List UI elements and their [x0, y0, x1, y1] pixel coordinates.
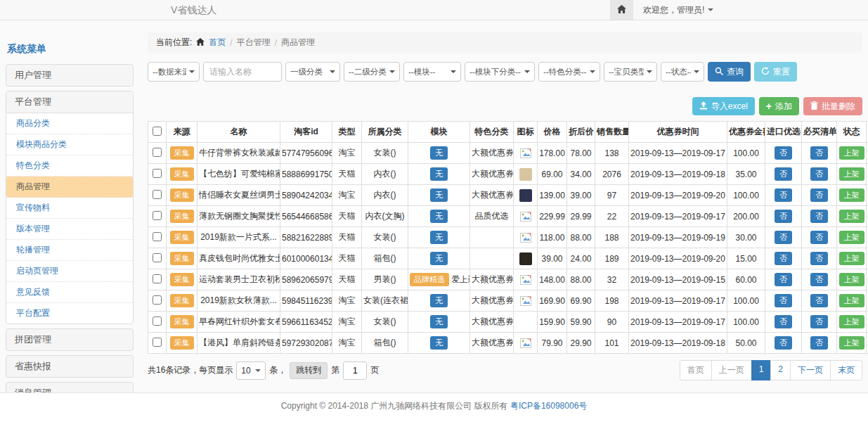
name-search-input[interactable] — [203, 62, 282, 82]
import-select-toggle[interactable]: 否 — [775, 210, 792, 223]
row-checkbox[interactable] — [153, 169, 162, 178]
status-toggle[interactable]: 上架 — [839, 315, 864, 328]
cell-sales: 90 — [595, 312, 629, 333]
pager-button[interactable]: 上一页 — [711, 360, 752, 381]
import-select-toggle[interactable]: 否 — [775, 167, 792, 181]
module-none-chip[interactable]: 无 — [430, 146, 448, 160]
reset-button[interactable]: 重置 — [754, 62, 797, 82]
table-row: 采集 2019新款女秋薄款... 598451162391 淘宝 女装(连衣裙)… — [148, 290, 868, 312]
breadcrumb-home-link[interactable]: 首页 — [209, 37, 226, 49]
import-select-toggle[interactable]: 否 — [775, 252, 792, 265]
row-checkbox[interactable] — [153, 253, 162, 262]
module-none-chip[interactable]: 无 — [430, 294, 448, 307]
must-buy-toggle[interactable]: 否 — [810, 315, 828, 328]
must-buy-toggle[interactable]: 否 — [810, 210, 828, 223]
status-toggle[interactable]: 上架 — [839, 167, 864, 181]
import-select-toggle[interactable]: 否 — [775, 231, 792, 244]
row-checkbox[interactable] — [153, 295, 162, 305]
filter-select[interactable]: --宝贝类型-- — [604, 62, 657, 82]
status-toggle[interactable]: 上架 — [839, 294, 864, 307]
status-toggle[interactable]: 上架 — [839, 273, 864, 286]
pager-button[interactable]: 首页 — [680, 360, 712, 381]
sidebar-section[interactable]: 省惠快报 — [6, 355, 134, 378]
cell-coupon-amount: 100.00 — [727, 290, 765, 312]
per-page-select[interactable]: 10 — [236, 362, 266, 380]
cell-discount-price: 69.90 — [567, 290, 595, 312]
sidebar-item[interactable]: 版本管理 — [6, 219, 133, 240]
filter-select[interactable]: --模块下分类-- — [465, 62, 535, 82]
home-button[interactable] — [610, 0, 633, 20]
jump-button[interactable]: 跳转到 — [290, 362, 328, 379]
module-none-chip[interactable]: 无 — [430, 167, 448, 181]
filter-data-source-select[interactable]: --数据来源-- — [148, 62, 200, 82]
import-select-toggle[interactable]: 否 — [775, 188, 792, 202]
cell-must-buy: 否 — [802, 333, 837, 354]
user-menu[interactable]: 欢迎您，管理员! — [643, 4, 713, 16]
pager-button[interactable]: 1 — [751, 360, 772, 381]
row-checkbox[interactable] — [153, 148, 162, 157]
status-toggle[interactable]: 上架 — [839, 252, 864, 265]
sidebar-item[interactable]: 轮播管理 — [6, 240, 133, 261]
cell-status: 上架 — [837, 333, 867, 354]
import-select-toggle[interactable]: 否 — [775, 336, 792, 350]
import-select-toggle[interactable]: 否 — [775, 146, 792, 160]
page-number-input[interactable] — [343, 362, 367, 380]
pager-button[interactable]: 2 — [770, 360, 791, 381]
status-toggle[interactable]: 上架 — [839, 188, 864, 202]
search-button[interactable]: 查询 — [708, 62, 751, 82]
sidebar-section[interactable]: 消息管理 — [6, 382, 134, 392]
sidebar-item[interactable]: 商品分类 — [6, 113, 133, 134]
filter-select[interactable]: --状态-- — [661, 62, 704, 82]
filter-select[interactable]: 一级分类 — [285, 62, 340, 82]
sidebar-item[interactable]: 商品管理 — [6, 177, 133, 198]
sidebar-section-user[interactable]: 用户管理 — [6, 64, 134, 87]
filter-select[interactable]: --特色分类-- — [538, 62, 600, 82]
import-select-toggle[interactable]: 否 — [775, 315, 792, 328]
icp-link[interactable]: 粤ICP备16098006号 — [510, 401, 587, 411]
sidebar-section-platform-header[interactable]: 平台管理 — [6, 91, 133, 113]
module-none-chip[interactable]: 无 — [430, 252, 448, 265]
row-checkbox[interactable] — [153, 274, 162, 283]
row-checkbox[interactable] — [153, 232, 162, 241]
status-toggle[interactable]: 上架 — [839, 336, 864, 350]
must-buy-toggle[interactable]: 否 — [810, 231, 828, 244]
status-toggle[interactable]: 上架 — [839, 231, 864, 244]
batch-delete-button[interactable]: 批量删除 — [803, 97, 862, 115]
row-checkbox[interactable] — [153, 338, 162, 347]
pager-button[interactable]: 末页 — [830, 360, 862, 381]
must-buy-toggle[interactable]: 否 — [810, 273, 828, 286]
trash-icon — [810, 101, 818, 112]
must-buy-toggle[interactable]: 否 — [810, 336, 828, 350]
sidebar-item[interactable]: 意见反馈 — [6, 282, 133, 303]
import-select-toggle[interactable]: 否 — [775, 294, 792, 307]
sidebar-section[interactable]: 拼团管理 — [6, 328, 134, 351]
module-none-chip[interactable]: 无 — [430, 336, 448, 350]
import-select-toggle[interactable]: 否 — [775, 273, 792, 286]
filter-select[interactable]: --二级分类-- — [344, 62, 400, 82]
sidebar-item[interactable]: 平台配置 — [6, 303, 133, 324]
row-checkbox[interactable] — [153, 190, 162, 199]
row-checkbox[interactable] — [153, 211, 162, 220]
sidebar-item[interactable]: 宣传物料 — [6, 198, 133, 219]
module-none-chip[interactable]: 无 — [430, 315, 448, 328]
must-buy-toggle[interactable]: 否 — [810, 146, 828, 160]
sidebar-item[interactable]: 启动页管理 — [6, 261, 133, 282]
import-excel-button[interactable]: 导入excel — [692, 97, 755, 115]
must-buy-toggle[interactable]: 否 — [810, 167, 828, 181]
row-checkbox[interactable] — [153, 316, 162, 326]
must-buy-toggle[interactable]: 否 — [810, 252, 828, 265]
module-none-chip[interactable]: 无 — [430, 188, 448, 202]
status-toggle[interactable]: 上架 — [839, 210, 864, 223]
pager-button[interactable]: 下一页 — [790, 360, 831, 381]
module-none-chip[interactable]: 无 — [430, 231, 448, 244]
must-buy-toggle[interactable]: 否 — [810, 294, 828, 307]
module-none-chip[interactable]: 无 — [430, 210, 448, 223]
must-buy-toggle[interactable]: 否 — [810, 188, 828, 202]
add-button[interactable]: + 添加 — [759, 97, 799, 115]
cell-import-select: 否 — [765, 185, 802, 206]
sidebar-item[interactable]: 特色分类 — [6, 155, 133, 177]
filter-select[interactable]: --模块-- — [403, 62, 461, 82]
select-all-checkbox[interactable] — [153, 127, 162, 136]
status-toggle[interactable]: 上架 — [839, 146, 864, 160]
sidebar-item[interactable]: 模块商品分类 — [6, 134, 133, 155]
